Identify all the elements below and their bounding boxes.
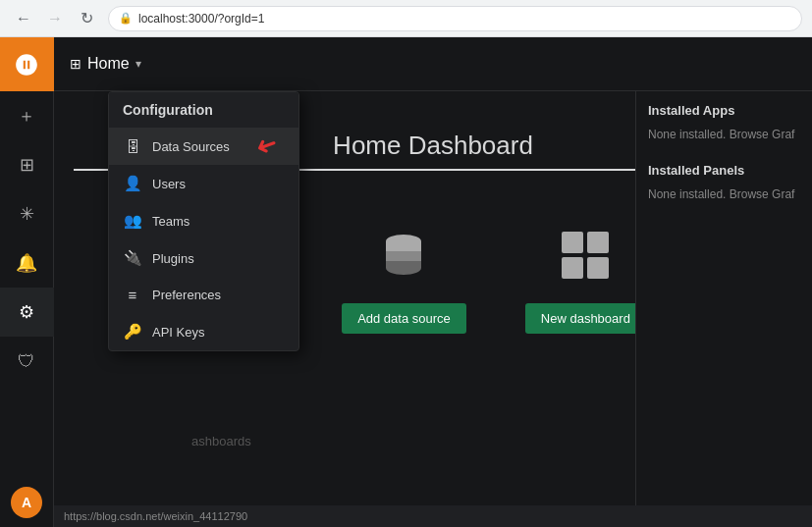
app-container: ＋ ⊞ ✳ 🔔 ⚙ 🛡 A ⊞ H <box>0 37 812 527</box>
installed-panels-title: Installed Panels <box>648 163 800 178</box>
status-bar: https://blog.csdn.net/weixin_44112790 <box>54 505 812 527</box>
new-dashboard-card: New dashboard <box>525 230 646 334</box>
plugins-menu-icon: 🔌 <box>123 249 142 267</box>
sidebar-item-alerting[interactable]: 🔔 <box>0 238 54 288</box>
url-text: localhost:3000/?orgId=1 <box>138 12 264 26</box>
address-bar[interactable]: 🔒 localhost:3000/?orgId=1 <box>108 6 802 31</box>
home-menu-button[interactable]: ⊞ Home ▾ <box>70 55 141 73</box>
back-button[interactable]: ← <box>10 5 37 32</box>
installed-panels-text: None installed. Browse Graf <box>648 184 800 205</box>
grafana-logo-icon <box>14 52 39 78</box>
teams-label: Teams <box>152 214 189 229</box>
lock-icon: 🔒 <box>119 12 133 25</box>
arrow-indicator: ➜ <box>251 128 282 164</box>
sidebar-bottom: A <box>0 478 54 527</box>
database-icon <box>378 230 429 291</box>
database-menu-icon: 🗄 <box>123 138 142 155</box>
main-content: ⊞ Home ▾ Home Dashboard ✓ Grafana <box>54 37 812 527</box>
teams-menu-icon: 👥 <box>123 212 142 230</box>
config-menu-item-plugins[interactable]: 🔌 Plugins <box>109 239 298 277</box>
new-dashboard-icon <box>560 230 611 291</box>
sidebar-logo[interactable] <box>0 37 54 91</box>
browser-chrome: ← → ↻ 🔒 localhost:3000/?orgId=1 <box>0 0 812 37</box>
new-dashboard-button[interactable]: New dashboard <box>525 303 646 334</box>
user-menu-icon: 👤 <box>123 175 142 192</box>
svg-rect-1 <box>562 232 583 253</box>
svg-rect-2 <box>587 232 609 253</box>
preferences-menu-icon: ≡ <box>123 287 142 303</box>
config-menu-title: Configuration <box>109 92 298 129</box>
svg-rect-4 <box>587 257 609 279</box>
sidebar: ＋ ⊞ ✳ 🔔 ⚙ 🛡 A <box>0 37 54 527</box>
plus-icon: ＋ <box>18 104 35 128</box>
sidebar-item-create[interactable]: ＋ <box>0 91 54 140</box>
bell-icon: 🔔 <box>16 252 37 274</box>
preferences-label: Preferences <box>152 288 221 302</box>
status-url: https://blog.csdn.net/weixin_44112790 <box>64 510 247 522</box>
apikeys-label: API Keys <box>152 325 204 340</box>
bg-dashboards-text: ashboards <box>191 434 251 448</box>
sidebar-item-configuration[interactable]: ⚙ <box>0 288 54 337</box>
gear-icon: ⚙ <box>19 301 34 323</box>
installed-apps-title: Installed Apps <box>648 103 800 118</box>
dropdown-arrow-icon: ▾ <box>135 57 141 71</box>
home-label: Home <box>87 55 130 73</box>
avatar: A <box>11 487 42 518</box>
right-panel: Installed Apps None installed. Browse Gr… <box>635 91 812 527</box>
plugins-label: Plugins <box>152 251 194 266</box>
sidebar-item-explore[interactable]: ✳ <box>0 189 54 238</box>
svg-rect-3 <box>562 257 583 279</box>
forward-button[interactable]: → <box>41 5 69 32</box>
sidebar-item-dashboards[interactable]: ⊞ <box>0 140 54 189</box>
sidebar-item-shield[interactable]: 🛡 <box>0 337 54 386</box>
installed-apps-text: None installed. Browse Graf <box>648 124 800 145</box>
datasources-label: Data Sources <box>152 139 230 154</box>
grid-icon: ⊞ <box>70 56 81 72</box>
add-datasource-card: Add data source <box>342 230 466 334</box>
add-datasource-button[interactable]: Add data source <box>342 303 466 334</box>
config-menu-item-preferences[interactable]: ≡ Preferences <box>109 277 298 313</box>
browser-nav: ← → ↻ <box>10 5 100 32</box>
config-menu-item-apikeys[interactable]: 🔑 API Keys <box>109 313 298 350</box>
config-menu-item-users[interactable]: 👤 Users <box>109 165 298 202</box>
apikeys-menu-icon: 🔑 <box>123 323 142 341</box>
dashboards-icon: ⊞ <box>20 154 34 176</box>
config-menu-item-datasources[interactable]: 🗄 Data Sources ➜ <box>109 129 298 165</box>
shield-icon: 🛡 <box>18 351 35 372</box>
reload-button[interactable]: ↻ <box>73 5 100 32</box>
config-menu-item-teams[interactable]: 👥 Teams <box>109 202 298 239</box>
topbar: ⊞ Home ▾ <box>54 37 812 91</box>
config-menu: Configuration 🗄 Data Sources ➜ 👤 Users 👥… <box>108 91 299 351</box>
explore-icon: ✳ <box>20 203 34 225</box>
sidebar-item-user[interactable]: A <box>0 478 54 527</box>
users-label: Users <box>152 177 186 191</box>
